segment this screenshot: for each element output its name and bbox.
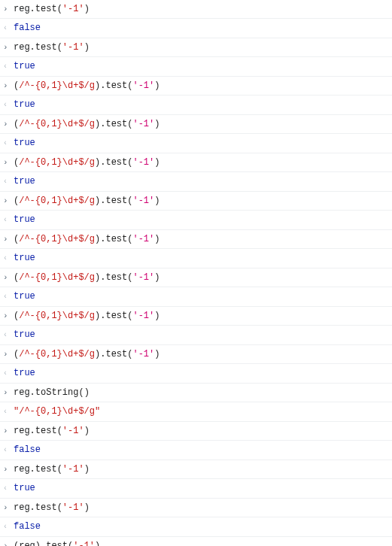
console-output-text: false [14,520,392,533]
input-prompt-icon: › [3,539,14,546]
console-output-row: ‹false [0,19,392,38]
console-output-text: true [14,366,392,380]
console-input-text: (/^-{0,1}\d+$/g).test('-1') [14,271,392,284]
input-prompt-icon: › [3,232,14,246]
output-arrow-icon: ‹ [3,328,14,342]
console-input-row[interactable]: ›(/^-{0,1}\d+$/g).test('-1') [0,153,392,172]
console-output-row: ‹true [0,249,392,268]
console-input-text: reg.toString() [14,386,392,399]
input-prompt-icon: › [3,309,14,323]
console-output-row: ‹true [0,134,392,153]
console-output-text: true [14,59,392,73]
console-output-row: ‹false [0,517,392,537]
console-input-text: reg.test('-1') [14,2,392,16]
console-input-text: (/^-{0,1}\d+$/g).test('-1') [14,79,392,93]
console-input-text: (/^-{0,1}\d+$/g).test('-1') [14,347,392,361]
console-output-row: ‹true [0,287,392,307]
output-arrow-icon: ‹ [3,21,14,35]
input-prompt-icon: › [3,386,14,399]
input-prompt-icon: › [3,2,14,16]
console-input-row[interactable]: ›(/^-{0,1}\d+$/g).test('-1') [0,77,392,96]
console-input-row[interactable]: ›reg.test('-1') [0,499,392,517]
console-output-text: false [14,21,392,35]
input-prompt-icon: › [3,463,14,476]
devtools-console[interactable]: ›reg.test('-1')‹false›reg.test('-1')‹tru… [0,0,392,546]
output-arrow-icon: ‹ [3,443,14,457]
output-arrow-icon: ‹ [3,481,14,496]
console-output-row: ‹false [0,441,392,460]
input-prompt-icon: › [3,117,14,131]
console-input-row[interactable]: ›(/^-{0,1}\d+$/g).test('-1') [0,307,392,326]
console-input-text: (/^-{0,1}\d+$/g).test('-1') [14,194,392,208]
console-output-row: ‹true [0,326,392,345]
console-input-row[interactable]: ›(/^-{0,1}\d+$/g).test('-1') [0,192,392,211]
console-output-text: true [14,481,392,495]
console-output-text: true [14,290,392,303]
input-prompt-icon: › [3,156,14,169]
input-prompt-icon: › [3,501,14,514]
console-output-text: false [14,443,392,457]
console-input-text: (/^-{0,1}\d+$/g).test('-1') [14,156,392,169]
console-output-row: ‹true [0,211,392,230]
console-output-row: ‹true [0,96,392,115]
output-arrow-icon: ‹ [3,366,14,381]
input-prompt-icon: › [3,79,14,93]
console-input-row[interactable]: ›(reg).test('-1') [0,537,392,546]
output-arrow-icon: ‹ [3,136,14,150]
console-input-row[interactable]: ›reg.test('-1') [0,422,392,441]
console-output-row: ‹true [0,57,392,77]
input-prompt-icon: › [3,271,14,284]
console-input-text: reg.test('-1') [14,501,392,514]
console-output-row: ‹true [0,172,392,192]
output-arrow-icon: ‹ [3,98,14,112]
console-input-row[interactable]: ›(/^-{0,1}\d+$/g).test('-1') [0,115,392,134]
input-prompt-icon: › [3,424,14,438]
console-input-text: (/^-{0,1}\d+$/g).test('-1') [14,232,392,246]
console-input-text: (/^-{0,1}\d+$/g).test('-1') [14,309,392,323]
console-input-row[interactable]: ›reg.test('-1') [0,460,392,479]
output-arrow-icon: ‹ [3,174,14,189]
output-arrow-icon: ‹ [3,290,14,304]
output-arrow-icon: ‹ [3,251,14,265]
console-input-text: (reg).test('-1') [14,539,392,546]
input-prompt-icon: › [3,194,14,208]
output-arrow-icon: ‹ [3,520,14,534]
console-output-text: "/^-{0,1}\d+$/g" [14,405,392,418]
output-arrow-icon: ‹ [3,405,14,419]
console-output-text: true [14,98,392,111]
input-prompt-icon: › [3,41,14,54]
console-input-text: (/^-{0,1}\d+$/g).test('-1') [14,117,392,131]
console-input-text: reg.test('-1') [14,463,392,476]
console-output-text: true [14,136,392,150]
console-output-row: ‹"/^-{0,1}\d+$/g" [0,402,392,422]
console-output-text: true [14,328,392,341]
console-input-row[interactable]: ›reg.test('-1') [0,0,392,19]
console-output-text: true [14,213,392,226]
output-arrow-icon: ‹ [3,59,14,74]
console-input-row[interactable]: ›(/^-{0,1}\d+$/g).test('-1') [0,230,392,249]
console-output-text: true [14,174,392,188]
console-output-row: ‹true [0,364,392,384]
console-input-row[interactable]: ›(/^-{0,1}\d+$/g).test('-1') [0,268,392,287]
console-input-text: reg.test('-1') [14,41,392,54]
console-output-row: ‹true [0,479,392,499]
console-output-text: true [14,251,392,265]
console-input-row[interactable]: ›(/^-{0,1}\d+$/g).test('-1') [0,345,392,364]
console-input-row[interactable]: ›reg.test('-1') [0,38,392,57]
console-input-text: reg.test('-1') [14,424,392,438]
output-arrow-icon: ‹ [3,213,14,227]
console-input-row[interactable]: ›reg.toString() [0,384,392,402]
input-prompt-icon: › [3,347,14,361]
